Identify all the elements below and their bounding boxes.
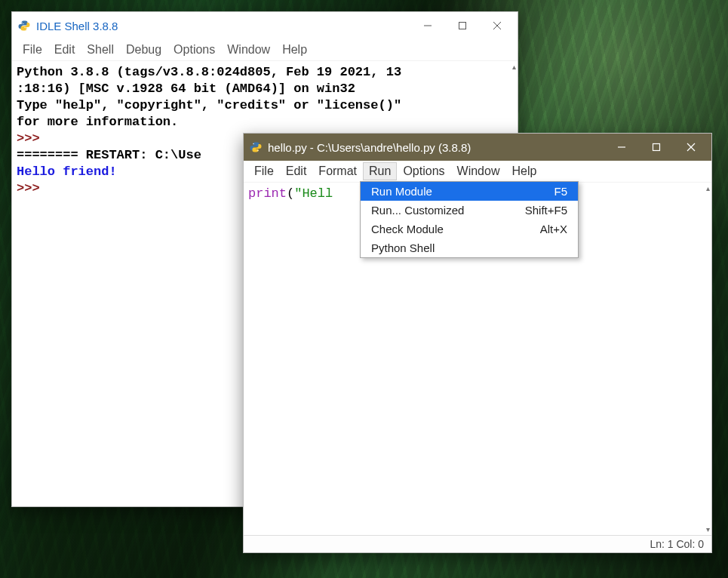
shell-window-controls	[410, 12, 515, 39]
menu-item-run-customized[interactable]: Run... Customized Shift+F5	[361, 201, 578, 220]
python-icon	[18, 20, 30, 32]
menu-run[interactable]: Run	[363, 162, 397, 180]
cursor-position: Ln: 1 Col: 0	[650, 538, 704, 550]
menu-help[interactable]: Help	[276, 41, 313, 59]
menu-debug[interactable]: Debug	[120, 41, 167, 59]
editor-window-title: hello.py - C:\Users\andre\hello.py (3.8.…	[268, 141, 604, 154]
menu-edit[interactable]: Edit	[48, 41, 81, 59]
menu-shell[interactable]: Shell	[81, 41, 120, 59]
menu-file[interactable]: File	[17, 41, 48, 59]
run-menu-dropdown: Run Module F5 Run... Customized Shift+F5…	[360, 181, 579, 258]
shell-menubar: File Edit Shell Debug Options Window Hel…	[12, 39, 518, 61]
maximize-button[interactable]	[639, 134, 674, 161]
shell-window-title: IDLE Shell 3.8.8	[36, 20, 410, 32]
menu-options[interactable]: Options	[397, 162, 450, 180]
editor-titlebar[interactable]: hello.py - C:\Users\andre\hello.py (3.8.…	[244, 134, 711, 161]
close-button[interactable]	[480, 12, 515, 39]
menu-item-run-module[interactable]: Run Module F5	[361, 182, 578, 201]
editor-menubar: File Edit Format Run Options Window Help	[244, 161, 711, 183]
scroll-up-icon[interactable]: ▴	[706, 184, 710, 192]
svg-point-0	[21, 22, 22, 23]
idle-editor-window: hello.py - C:\Users\andre\hello.py (3.8.…	[243, 133, 712, 553]
menu-help[interactable]: Help	[505, 162, 542, 180]
editor-statusbar: Ln: 1 Col: 0	[244, 535, 711, 552]
svg-rect-9	[653, 144, 660, 151]
menu-item-python-shell[interactable]: Python Shell	[361, 238, 578, 257]
menu-window[interactable]: Window	[221, 41, 276, 59]
scroll-up-icon[interactable]: ▴	[512, 63, 516, 71]
close-button[interactable]	[674, 134, 708, 161]
shell-titlebar[interactable]: IDLE Shell 3.8.8	[12, 12, 518, 39]
menu-edit[interactable]: Edit	[280, 162, 313, 180]
menu-item-check-module[interactable]: Check Module Alt+X	[361, 220, 578, 238]
menu-file[interactable]: File	[248, 162, 280, 180]
svg-rect-3	[459, 23, 466, 29]
editor-scrollbar[interactable]: ▴ ▾	[699, 183, 711, 535]
svg-point-1	[26, 29, 26, 29]
python-icon	[250, 141, 262, 153]
svg-point-7	[257, 150, 258, 151]
menu-options[interactable]: Options	[167, 41, 221, 59]
menu-window[interactable]: Window	[451, 162, 506, 180]
minimize-button[interactable]	[604, 134, 639, 161]
maximize-button[interactable]	[445, 12, 480, 39]
svg-point-6	[253, 143, 253, 144]
menu-format[interactable]: Format	[312, 162, 363, 180]
editor-text-area[interactable]: print("Hell ▴ ▾ Run Module F5 Run... Cus…	[244, 183, 711, 535]
minimize-button[interactable]	[410, 12, 445, 39]
scroll-down-icon[interactable]: ▾	[706, 525, 710, 533]
editor-window-controls	[604, 134, 708, 161]
